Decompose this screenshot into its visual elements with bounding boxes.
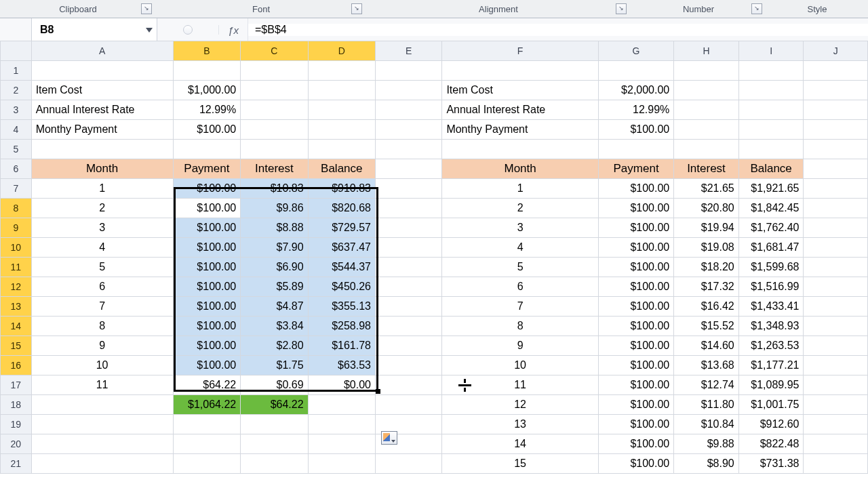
cell[interactable] (241, 434, 308, 454)
column-header[interactable]: E (376, 41, 442, 61)
cell[interactable] (804, 258, 868, 277)
cell[interactable] (308, 61, 375, 81)
cell[interactable] (241, 120, 308, 140)
cell[interactable] (31, 61, 173, 81)
cell[interactable]: $15.52 (674, 317, 738, 336)
cell[interactable]: 9 (31, 336, 173, 356)
cell[interactable] (674, 140, 738, 159)
row-header[interactable]: 15 (1, 336, 32, 356)
cell[interactable]: $63.53 (308, 356, 375, 375)
cell[interactable]: $1,921.65 (738, 179, 804, 199)
column-header[interactable]: J (804, 41, 868, 61)
cell[interactable] (173, 415, 241, 434)
cell[interactable]: $100.00 (173, 258, 241, 277)
cell[interactable]: Annual Interest Rate (442, 100, 598, 120)
row-header[interactable]: 19 (1, 415, 32, 434)
cell[interactable] (804, 199, 868, 218)
cell[interactable]: 6 (442, 277, 598, 297)
cell[interactable] (804, 100, 868, 120)
cell[interactable]: $1,000.00 (173, 81, 241, 100)
cell[interactable] (804, 434, 868, 454)
cell[interactable]: $100.00 (598, 395, 673, 415)
cell[interactable] (376, 356, 442, 375)
row-header[interactable]: 12 (1, 277, 32, 297)
row-header[interactable]: 1 (1, 61, 32, 81)
cell[interactable] (173, 61, 241, 81)
row-header[interactable]: 17 (1, 375, 32, 395)
cell[interactable]: 4 (31, 238, 173, 258)
cell[interactable] (738, 61, 804, 81)
cell[interactable] (804, 61, 868, 81)
cell[interactable] (376, 238, 442, 258)
formula-expand-icon[interactable] (183, 25, 193, 35)
cell[interactable]: 12.99% (598, 100, 673, 120)
cell[interactable]: $1,681.47 (738, 238, 804, 258)
dialog-launcher-icon[interactable] (351, 3, 362, 14)
cell[interactable] (31, 395, 173, 415)
cell[interactable]: Annual Interest Rate (31, 100, 173, 120)
cell[interactable]: $9.86 (241, 199, 308, 218)
row-header[interactable]: 18 (1, 395, 32, 415)
cell[interactable] (804, 356, 868, 375)
row-header[interactable]: 11 (1, 258, 32, 277)
cell[interactable]: $4.87 (241, 297, 308, 317)
cell[interactable]: $355.13 (308, 297, 375, 317)
cell[interactable]: $2,000.00 (598, 81, 673, 100)
cell[interactable]: $1,089.95 (738, 375, 804, 395)
column-header[interactable]: D (308, 41, 375, 61)
cell[interactable] (804, 120, 868, 140)
cell[interactable]: $100.00 (598, 258, 673, 277)
row-header[interactable]: 20 (1, 434, 32, 454)
cell[interactable]: $1,842.45 (738, 199, 804, 218)
cell[interactable] (241, 415, 308, 434)
cell[interactable] (308, 81, 375, 100)
cell[interactable]: $100.00 (598, 120, 673, 140)
cell[interactable]: 13 (442, 415, 598, 434)
row-header[interactable]: 7 (1, 179, 32, 199)
cell[interactable]: $100.00 (598, 277, 673, 297)
cell[interactable] (674, 81, 738, 100)
cell[interactable]: $5.89 (241, 277, 308, 297)
cell[interactable]: $100.00 (598, 454, 673, 474)
cell[interactable] (173, 454, 241, 474)
row-header[interactable]: 8 (1, 199, 32, 218)
cell[interactable]: $100.00 (173, 120, 241, 140)
cell[interactable]: $9.88 (674, 434, 738, 454)
cell[interactable] (376, 297, 442, 317)
cell[interactable]: $100.00 (173, 218, 241, 238)
cell[interactable]: $258.98 (308, 317, 375, 336)
cell[interactable] (674, 120, 738, 140)
cell[interactable] (376, 454, 442, 474)
cell[interactable]: $100.00 (598, 179, 673, 199)
cell[interactable]: 11 (442, 375, 598, 395)
cell[interactable]: $100.00 (598, 238, 673, 258)
cell[interactable]: $1,348.93 (738, 317, 804, 336)
cell[interactable] (308, 415, 375, 434)
cell[interactable]: $100.00 (173, 277, 241, 297)
cell[interactable]: 3 (31, 218, 173, 238)
cell[interactable]: 7 (31, 297, 173, 317)
cell[interactable]: $100.00 (173, 356, 241, 375)
cell[interactable] (804, 317, 868, 336)
cell[interactable]: $1,516.99 (738, 277, 804, 297)
column-header[interactable]: F (442, 41, 598, 61)
cell[interactable] (804, 218, 868, 238)
cell[interactable]: $544.37 (308, 258, 375, 277)
cell[interactable]: Item Cost (31, 81, 173, 100)
cell[interactable] (31, 434, 173, 454)
cell[interactable]: $161.78 (308, 336, 375, 356)
cell[interactable]: $8.90 (674, 454, 738, 474)
cell[interactable]: $822.48 (738, 434, 804, 454)
cell[interactable]: $100.00 (598, 356, 673, 375)
cell[interactable]: 3 (442, 218, 598, 238)
column-header[interactable]: I (738, 41, 804, 61)
cell[interactable] (738, 100, 804, 120)
cell[interactable] (804, 140, 868, 159)
cell[interactable] (738, 140, 804, 159)
cell[interactable] (376, 159, 442, 179)
cell[interactable]: 2 (442, 199, 598, 218)
cell[interactable]: $3.84 (241, 317, 308, 336)
cell[interactable]: 7 (442, 297, 598, 317)
cell[interactable] (804, 277, 868, 297)
formula-input[interactable]: =$B$4 (248, 24, 868, 36)
